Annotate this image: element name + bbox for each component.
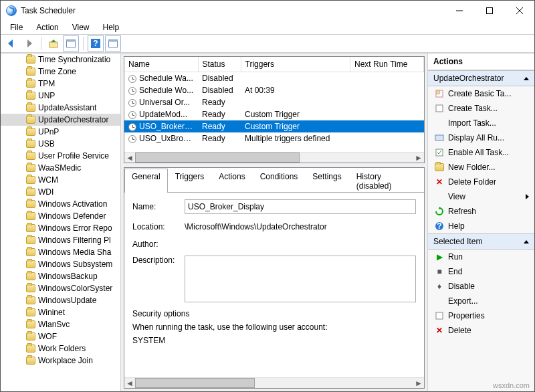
minimize-button[interactable]: [444, 1, 474, 21]
task-row[interactable]: Universal Or...Ready: [124, 96, 424, 108]
description-label: Description:: [132, 256, 185, 265]
task-row[interactable]: Schedule Wo...DisabledAt 00:39: [124, 84, 424, 96]
folder-tree[interactable]: Time SynchronizatioTime ZoneTPMUNPUpdate…: [1, 54, 121, 391]
tree-item[interactable]: Time Synchronizatio: [1, 54, 120, 66]
action-enable-history[interactable]: Enable All Task...: [428, 145, 534, 160]
tree-item[interactable]: WindowsBackup: [1, 270, 120, 282]
svg-rect-4: [49, 42, 58, 47]
action-import-task[interactable]: Import Task...: [428, 116, 534, 130]
actions-title: Actions: [428, 54, 534, 70]
actions-group-context: UpdateOrchestrator: [428, 70, 534, 86]
tree-item[interactable]: Windows Activation: [1, 198, 120, 210]
folder-icon: [26, 296, 35, 304]
center-pane: Name Status Triggers Next Run Time Sched…: [121, 54, 427, 391]
tree-item-label: Windows Filtering Pl: [38, 235, 111, 245]
action-run[interactable]: ▶Run: [428, 250, 534, 264]
watermark: wsxdn.com: [493, 381, 530, 389]
menu-help[interactable]: Help: [98, 21, 125, 33]
task-row[interactable]: UpdateMod...ReadyCustom Trigger: [124, 108, 424, 120]
action-disable[interactable]: ♦Disable: [428, 279, 534, 294]
col-next[interactable]: Next Run Time: [350, 57, 424, 72]
col-triggers[interactable]: Triggers: [241, 57, 350, 72]
menu-action[interactable]: Action: [31, 21, 64, 33]
tree-item[interactable]: WDI: [1, 186, 120, 198]
action-end[interactable]: ■End: [428, 264, 534, 279]
tab-general[interactable]: General: [124, 169, 168, 193]
tree-item[interactable]: Windows Media Sha: [1, 246, 120, 258]
menu-file[interactable]: File: [5, 21, 28, 33]
tree-item[interactable]: WCM: [1, 174, 120, 186]
tree-item[interactable]: UNP: [1, 90, 120, 102]
tree-item[interactable]: WindowsUpdate: [1, 294, 120, 306]
tree-item[interactable]: Wininet: [1, 306, 120, 318]
action-display-running[interactable]: Display All Ru...: [428, 130, 534, 145]
action-create-task[interactable]: Create Task...: [428, 101, 534, 116]
tree-item[interactable]: Workplace Join: [1, 355, 120, 367]
toolbar-view2-button[interactable]: [105, 35, 121, 52]
toolbar-view1-button[interactable]: [63, 35, 79, 52]
action-help[interactable]: ?Help: [428, 219, 534, 233]
tree-item-label: Windows Defender: [38, 211, 106, 221]
tree-item[interactable]: UPnP: [1, 126, 120, 138]
task-row[interactable]: USO_UxBrokerReadyMultiple triggers defin…: [124, 132, 424, 144]
tree-item[interactable]: Windows Subsystem: [1, 258, 120, 270]
tree-item-label: Windows Subsystem: [38, 260, 112, 269]
grid-hscroll[interactable]: ◄►: [124, 152, 424, 163]
svg-rect-10: [109, 40, 118, 42]
task-row[interactable]: USO_Broker_...ReadyCustom Trigger: [124, 120, 424, 132]
forward-button[interactable]: [21, 35, 37, 52]
tree-item-label: Time Zone: [38, 67, 76, 76]
tree-item[interactable]: TPM: [1, 78, 120, 90]
tab-settings[interactable]: Settings: [305, 169, 348, 193]
action-properties[interactable]: Properties: [428, 308, 534, 323]
folder-icon: [26, 212, 35, 220]
tree-item[interactable]: Work Folders: [1, 342, 120, 355]
tree-item[interactable]: Time Zone: [1, 66, 120, 78]
folder-icon: [26, 260, 35, 268]
tab-conditions[interactable]: Conditions: [253, 169, 306, 193]
action-refresh[interactable]: Refresh: [428, 204, 534, 219]
location-label: Location:: [132, 222, 185, 231]
action-delete[interactable]: ✕Delete: [428, 323, 534, 338]
tree-item[interactable]: UpdateAssistant: [1, 102, 120, 114]
tree-item[interactable]: Windows Error Repo: [1, 222, 120, 234]
collapse-icon[interactable]: [524, 240, 529, 243]
svg-rect-1: [486, 8, 492, 14]
user-account-value: SYSTEM: [132, 336, 416, 345]
close-button[interactable]: [504, 1, 534, 21]
tree-item-label: Windows Activation: [38, 199, 107, 209]
tree-item[interactable]: USB: [1, 138, 120, 150]
menu-view[interactable]: View: [67, 21, 95, 33]
tree-item[interactable]: Windows Defender: [1, 210, 120, 222]
svg-rect-6: [67, 40, 76, 42]
col-name[interactable]: Name: [124, 57, 198, 72]
up-button[interactable]: [45, 35, 62, 52]
tree-item-label: WDI: [38, 187, 54, 197]
action-delete-folder[interactable]: ✕Delete Folder: [428, 175, 534, 189]
help-toolbar-button[interactable]: ?: [88, 35, 104, 52]
name-field[interactable]: [185, 199, 416, 214]
action-new-folder[interactable]: New Folder...: [428, 160, 534, 175]
task-grid[interactable]: Name Status Triggers Next Run Time Sched…: [124, 56, 425, 163]
tab-history[interactable]: History (disabled): [349, 169, 424, 193]
tree-item[interactable]: WindowsColorSyster: [1, 282, 120, 294]
tree-item-label: UpdateAssistant: [38, 103, 96, 112]
collapse-icon[interactable]: [524, 77, 529, 80]
action-create-basic[interactable]: Create Basic Ta...: [428, 86, 534, 101]
tree-item[interactable]: WOF: [1, 330, 120, 342]
tab-triggers[interactable]: Triggers: [168, 169, 212, 193]
tree-item[interactable]: UpdateOrchestrator: [1, 114, 120, 126]
task-row[interactable]: Schedule Wa...Disabled: [124, 72, 424, 85]
action-export[interactable]: Export...: [428, 294, 534, 308]
tree-item[interactable]: WlanSvc: [1, 318, 120, 330]
col-status[interactable]: Status: [198, 57, 241, 72]
details-hscroll[interactable]: ◄►: [124, 377, 424, 388]
action-view[interactable]: View: [428, 189, 534, 204]
tab-actions[interactable]: Actions: [211, 169, 252, 193]
description-field[interactable]: [185, 256, 416, 302]
maximize-button[interactable]: [474, 1, 504, 21]
tree-item[interactable]: Windows Filtering Pl: [1, 234, 120, 246]
back-button[interactable]: [3, 35, 19, 52]
tree-item[interactable]: User Profile Service: [1, 150, 120, 162]
tree-item[interactable]: WaaSMedic: [1, 162, 120, 174]
